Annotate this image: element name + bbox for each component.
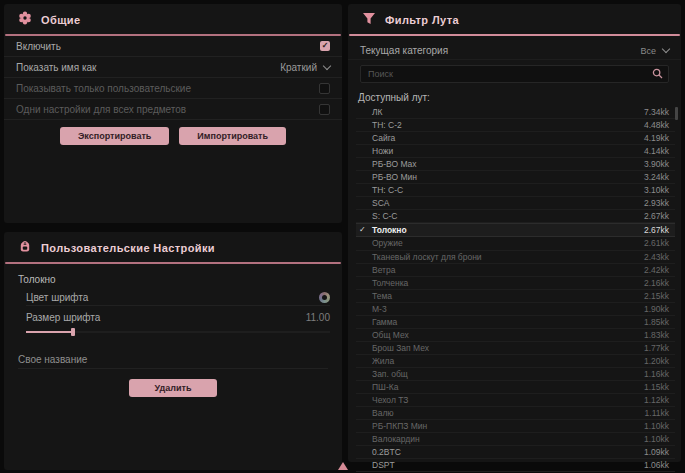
loot-item-name: Валокардин — [372, 434, 420, 444]
general-settings-panel: Общие Включить ✓ Показать имя как Кратки… — [4, 4, 342, 223]
loot-item[interactable]: ТН: С-24.48kk — [356, 119, 675, 132]
loot-item[interactable]: Общ Мех1.83kk — [356, 329, 675, 342]
loot-item[interactable]: ✓Толокно2.67kk — [356, 223, 675, 237]
custom-panel-header: Пользовательские Настройки — [4, 232, 342, 262]
loot-item[interactable]: Сайга4.19kk — [356, 132, 675, 145]
loot-item[interactable]: РБ-ВО Мах3.90kk — [356, 158, 675, 171]
loot-item-value: 2.67kk — [644, 225, 669, 235]
funnel-icon — [362, 11, 376, 29]
same-settings-label: Одни настройки для всех предметов — [16, 104, 186, 115]
loot-item[interactable]: Толченка2.16kk — [356, 277, 675, 290]
loot-item[interactable]: Жила1.20kk — [356, 355, 675, 368]
custom-name-field[interactable]: Свое название — [18, 350, 328, 369]
only-custom-checkbox[interactable] — [319, 83, 330, 94]
export-button[interactable]: Экспортировать — [60, 127, 169, 145]
loot-item-name: Оружие — [372, 238, 403, 248]
loot-item-name: DSPT — [372, 460, 395, 470]
loot-item-name: М-3 — [372, 304, 387, 314]
same-settings-row: Одни настройки для всех предметов — [4, 99, 342, 120]
import-button[interactable]: Импортировать — [179, 127, 286, 145]
loot-item[interactable]: DSPT1.06kk — [356, 459, 675, 472]
loot-item-value: 4.14kk — [644, 146, 669, 156]
loot-item[interactable]: 0.2BTC1.09kk — [356, 446, 675, 459]
loot-item-value: 1.10kk — [644, 421, 669, 431]
loot-item-value: 2.42kk — [644, 265, 669, 275]
loot-item-name: Брош Зап Мех — [372, 343, 429, 353]
loot-item-name: ТН: С-С — [372, 185, 403, 195]
color-wheel-icon[interactable] — [319, 292, 330, 303]
loot-item-value: 4.48kk — [644, 120, 669, 130]
search-icon[interactable] — [652, 65, 663, 83]
chevron-down-icon — [323, 61, 331, 69]
loot-item-value: 1.83kk — [644, 330, 669, 340]
loot-list: ЛК7.34kkТН: С-24.48kkСайга4.19kkНожи4.14… — [356, 106, 675, 472]
same-settings-checkbox[interactable] — [319, 104, 330, 115]
loot-item-name: Тканевый лоскут для брони — [372, 252, 482, 262]
font-size-slider[interactable] — [26, 328, 330, 336]
slider-handle[interactable] — [71, 328, 75, 336]
loot-item[interactable]: Тканевый лоскут для брони2.43kk — [356, 251, 675, 264]
check-icon: ✓ — [359, 225, 366, 234]
loot-item[interactable]: Ветра2.42kk — [356, 264, 675, 277]
loot-item-value: 1.12kk — [644, 395, 669, 405]
loot-item-name: Валю — [372, 408, 394, 418]
loot-item[interactable]: Валю1.11kk — [356, 407, 675, 420]
delete-button[interactable]: Удалить — [129, 379, 218, 397]
loot-item[interactable]: РБ-ВО Мин3.24kk — [356, 171, 675, 184]
loot-item[interactable]: ЛК7.34kk — [356, 106, 675, 119]
loot-item[interactable]: Ножи4.14kk — [356, 145, 675, 158]
loot-item[interactable]: Оружие2.61kk — [356, 237, 675, 250]
loot-item-name: Тема — [372, 291, 392, 301]
filter-panel-header: Фильтр Лута — [348, 4, 681, 34]
font-size-label: Размер шрифта — [26, 312, 100, 323]
loot-item[interactable]: Чехол ТЗ1.12kk — [356, 394, 675, 407]
loot-item[interactable]: S: С-С2.67kk — [356, 210, 675, 223]
loot-item-name: Гамма — [372, 317, 397, 327]
loot-item-value: 2.93kk — [644, 198, 669, 208]
loot-item[interactable]: ТН: С-С3.10kk — [356, 184, 675, 197]
header-underline — [349, 34, 680, 36]
loot-item-name: Толченка — [372, 278, 408, 288]
loot-item[interactable]: SCA2.93kk — [356, 197, 675, 210]
general-panel-title: Общие — [41, 14, 81, 26]
search-box — [360, 65, 669, 83]
loot-item-name: Общ Мех — [372, 330, 409, 340]
category-dropdown[interactable]: Все — [640, 46, 669, 56]
enable-label: Включить — [16, 41, 61, 52]
loot-item-value: 1.20kk — [644, 356, 669, 366]
loot-item[interactable]: Зап. общ1.16kk — [356, 368, 675, 381]
loot-item-value: 2.67kk — [644, 211, 669, 221]
chevron-down-icon — [662, 45, 670, 53]
loot-item[interactable]: ПШ-Ка1.15kk — [356, 381, 675, 394]
loot-item-value: 1.09kk — [644, 447, 669, 457]
loot-item-name: S: С-С — [372, 211, 398, 221]
loot-item[interactable]: Гамма1.85kk — [356, 316, 675, 329]
loot-item-value: 2.43kk — [644, 252, 669, 262]
bottom-marker-icon — [338, 462, 348, 470]
name-display-dropdown[interactable]: Краткий — [280, 62, 330, 73]
search-input[interactable] — [366, 68, 630, 80]
loot-item-name: SCA — [372, 198, 389, 208]
loot-item-value: 1.15kk — [644, 382, 669, 392]
enable-checkbox[interactable]: ✓ — [320, 41, 330, 51]
loot-item[interactable]: РБ-ПКПЗ Мин1.10kk — [356, 420, 675, 433]
font-color-label: Цвет шрифта — [26, 292, 88, 303]
loot-item[interactable]: Валокардин1.10kk — [356, 433, 675, 446]
custom-settings-panel: Пользовательские Настройки Толокно Цвет … — [4, 232, 342, 470]
font-size-value: 11.00 — [306, 312, 330, 323]
loot-item-name: ЛК — [372, 107, 383, 117]
loot-item[interactable]: М-31.90kk — [356, 303, 675, 316]
only-custom-label: Показывать только пользовательские — [16, 83, 191, 94]
loot-item-value: 1.06kk — [644, 460, 669, 470]
scrollbar-thumb[interactable] — [675, 107, 678, 120]
loot-item-value: 3.10kk — [644, 185, 669, 195]
loot-item-name: Ножи — [372, 146, 393, 156]
gear-icon — [18, 11, 32, 29]
loot-item-value: 1.77kk — [644, 343, 669, 353]
loot-item[interactable]: Брош Зап Мех1.77kk — [356, 342, 675, 355]
loot-item-value: 1.85kk — [644, 317, 669, 327]
loot-item[interactable]: Тема2.15kk — [356, 290, 675, 303]
name-display-value: Краткий — [280, 62, 317, 73]
loot-item-name: ПШ-Ка — [372, 382, 398, 392]
import-export-buttons: Экспортировать Импортировать — [4, 127, 342, 145]
